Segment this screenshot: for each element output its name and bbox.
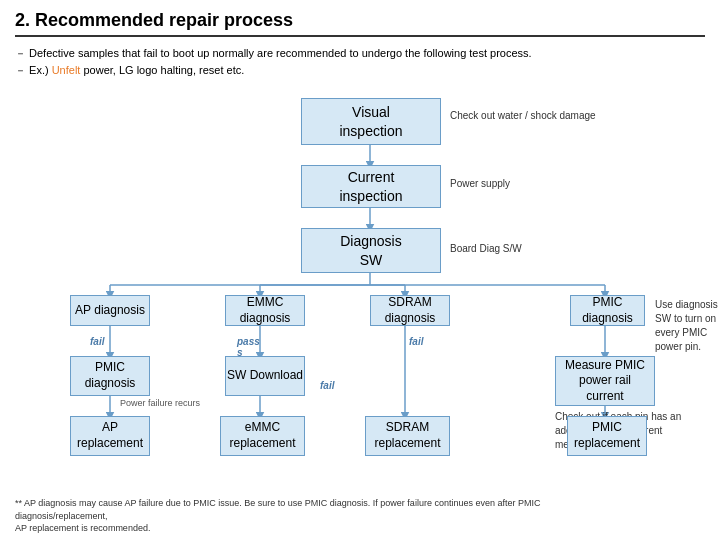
highlight-text: Unfelt	[52, 64, 81, 76]
diagnosis-note: Board Diag S/W	[450, 243, 522, 254]
measure-pmic-box: Measure PMIC power rail current	[555, 356, 655, 406]
current-inspection-box: Current inspection	[301, 165, 441, 208]
page: 2. Recommended repair process － Defectiv…	[0, 0, 720, 540]
fail-label-ap: fail	[90, 336, 104, 347]
pmic-diagnosis-box: PMIC diagnosis	[570, 295, 645, 326]
emmc-diagnosis-box: EMMC diagnosis	[225, 295, 305, 326]
power-failure-label: Power failure recurs	[120, 398, 200, 408]
pmic-diagnosis2-box: PMIC diagnosis	[70, 356, 150, 396]
pmic-replacement-box: PMIC replacement	[567, 416, 647, 456]
sw-download-box: SW Download	[225, 356, 305, 396]
pmic-use-note: Use diagnosis SW to turn on every PMIC p…	[655, 298, 720, 354]
sdram-replacement-box: SDRAM replacement	[365, 416, 450, 456]
visual-note: Check out water / shock damage	[450, 110, 596, 121]
diagnosis-sw-box: Diagnosis SW	[301, 228, 441, 273]
current-note: Power supply	[450, 178, 510, 189]
fail-label-sw: fail	[320, 380, 334, 391]
intro: － Defective samples that fail to boot up…	[15, 45, 705, 78]
page-title: 2. Recommended repair process	[15, 10, 705, 37]
emmc-replacement-box: eMMC replacement	[220, 416, 305, 456]
diagram: Visual inspection Check out water / shoc…	[15, 88, 705, 488]
fail-label-sdram: fail	[409, 336, 423, 347]
pass-label-emmc: passs	[237, 336, 260, 358]
ap-diagnosis-box: AP diagnosis	[70, 295, 150, 326]
visual-inspection-box: Visual inspection	[301, 98, 441, 145]
ap-replacement-box: AP replacement	[70, 416, 150, 456]
footnote: ** AP diagnosis may cause AP failure due…	[15, 497, 540, 535]
sdram-diagnosis-box: SDRAM diagnosis	[370, 295, 450, 326]
